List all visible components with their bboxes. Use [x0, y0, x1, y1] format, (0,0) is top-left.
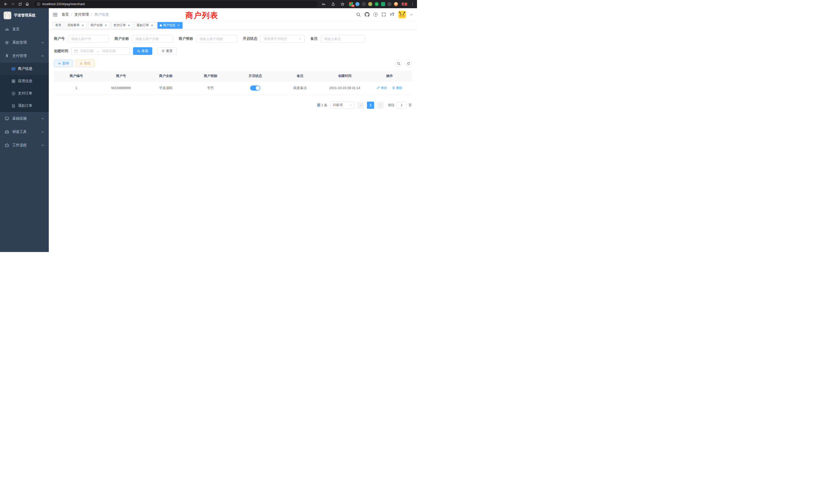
- refresh-table-icon[interactable]: [405, 60, 412, 67]
- help-icon[interactable]: ?: [373, 12, 378, 17]
- merchant-short-name-input[interactable]: [196, 35, 237, 43]
- dashboard-icon: [5, 27, 9, 31]
- profile-avatar-icon[interactable]: [394, 2, 398, 6]
- user-avatar[interactable]: [398, 11, 406, 19]
- next-page-button[interactable]: ›: [377, 101, 384, 109]
- close-icon[interactable]: ×: [177, 24, 180, 27]
- tab-label: 支付订单: [113, 23, 126, 27]
- date-separator: -: [97, 49, 98, 53]
- tab-home[interactable]: 首页: [53, 22, 64, 29]
- sidebar-item-app-info[interactable]: 应用信息: [0, 75, 49, 87]
- reset-button[interactable]: 重置: [157, 47, 177, 55]
- cell-short-name: 芋艿: [188, 81, 233, 95]
- bank-card-icon: [11, 67, 16, 71]
- filter-status: 开启状态 请选择开启状态: [243, 35, 305, 43]
- close-icon[interactable]: ×: [127, 24, 131, 27]
- sidebar-item-workflow[interactable]: 工作流程: [0, 139, 49, 152]
- password-key-icon[interactable]: [321, 1, 327, 7]
- browser-update-button[interactable]: 更新: [400, 2, 409, 7]
- status-toggle[interactable]: [250, 86, 260, 91]
- table-row: 1 M233666999 芋道源码 芋艿 我是备注 2021-10-23 08:…: [54, 81, 412, 95]
- sidebar-item-infrastructure[interactable]: 基础设施: [0, 112, 49, 125]
- toggle-search-icon[interactable]: [395, 60, 402, 67]
- field-label: 商户全称: [114, 37, 129, 41]
- github-icon[interactable]: [365, 12, 370, 17]
- status-select[interactable]: 请选择开启状态: [260, 35, 305, 43]
- column-header: 创建时间: [323, 71, 367, 81]
- tab-label: 首页: [55, 23, 61, 27]
- select-placeholder: 请选择开启状态: [264, 37, 287, 41]
- date-range-picker[interactable]: 开始日期 - 结束日期: [71, 47, 130, 55]
- chevron-down-icon: [349, 104, 352, 107]
- goto-page-input[interactable]: [396, 101, 407, 109]
- extension-check-icon[interactable]: ✓: [375, 2, 379, 6]
- sidebar-item-pay-orders[interactable]: 支付订单: [0, 87, 49, 99]
- page-size-value: 10条/页: [332, 103, 343, 107]
- breadcrumb-payment[interactable]: 支付管理: [74, 12, 89, 17]
- sidebar-item-merchant-info[interactable]: 商户信息: [0, 63, 49, 75]
- edit-link[interactable]: 修改: [377, 86, 387, 90]
- merchant-name-input[interactable]: [132, 35, 173, 43]
- add-button[interactable]: 新增: [54, 60, 73, 67]
- caret-down-icon[interactable]: [410, 13, 413, 16]
- breadcrumb-home[interactable]: 首页: [62, 12, 69, 17]
- close-icon[interactable]: ×: [150, 24, 154, 27]
- tab-process-form[interactable]: 流程表单 ×: [65, 22, 87, 29]
- extension-avatar-icon[interactable]: [368, 2, 372, 6]
- yen-icon: ¥: [5, 54, 9, 58]
- sidebar-item-home[interactable]: 首页: [0, 23, 49, 36]
- merchant-no-input[interactable]: [68, 35, 109, 43]
- export-button[interactable]: 导出: [75, 60, 95, 67]
- page-info-icon[interactable]: [37, 2, 40, 6]
- sidebar-item-system[interactable]: 系统管理: [0, 36, 49, 49]
- total-count: 共 1 条: [317, 103, 327, 108]
- search-icon[interactable]: [356, 12, 361, 17]
- extension-puzzle-icon[interactable]: 10: [349, 2, 353, 6]
- page-size-select[interactable]: 10条/页: [330, 101, 355, 109]
- delete-link[interactable]: 删除: [392, 86, 402, 90]
- breadcrumb: 首页 / 支付管理 / 商户信息: [62, 12, 109, 17]
- close-icon[interactable]: ×: [104, 24, 108, 27]
- sidebar-item-label: 退款订单: [18, 104, 32, 108]
- sidebar-item-payment[interactable]: ¥ 支付管理: [0, 49, 49, 63]
- tab-user-group[interactable]: 用户分组 ×: [88, 22, 110, 29]
- document-icon: [11, 104, 16, 108]
- fullscreen-icon[interactable]: [381, 12, 386, 17]
- font-size-icon[interactable]: ᴛT: [390, 12, 394, 17]
- tab-merchant-info[interactable]: 商户信息 ×: [157, 22, 182, 29]
- forward-icon[interactable]: [10, 1, 16, 7]
- extension-drop-icon[interactable]: [355, 2, 359, 6]
- logo-rabbit-avatar: [4, 12, 11, 19]
- extension-globe-icon[interactable]: [362, 2, 366, 6]
- home-icon[interactable]: [24, 1, 30, 7]
- filter-merchant-short-name: 商户简称: [179, 35, 237, 43]
- cell-full-name: 芋道源码: [144, 81, 188, 95]
- bookmark-star-icon[interactable]: [339, 1, 346, 7]
- remark-input[interactable]: [321, 35, 365, 43]
- kebab-menu-icon[interactable]: ⋮: [411, 3, 414, 5]
- field-label: 创建时间: [54, 49, 68, 53]
- filter-row-1: 商户号 商户全称 商户简称 开启状态 请选择开启状态: [54, 35, 412, 43]
- search-button[interactable]: 搜索: [133, 47, 152, 55]
- filter-create-time: 创建时间 开始日期 - 结束日期: [54, 47, 130, 55]
- app-logo[interactable]: 芋道管理系统: [0, 8, 49, 23]
- tab-pay-orders[interactable]: 支付订单 ×: [111, 22, 133, 29]
- sidebar-item-refund-orders[interactable]: 退款订单: [0, 99, 49, 112]
- extension-pin-icon[interactable]: [388, 2, 392, 6]
- page-number-button[interactable]: 1: [367, 101, 374, 109]
- chevron-down-icon: [41, 144, 44, 147]
- extension-notes-icon[interactable]: [381, 2, 385, 6]
- tab-refund-orders[interactable]: 退款订单 ×: [134, 22, 156, 29]
- refresh-icon[interactable]: [17, 1, 23, 7]
- hamburger-icon[interactable]: [53, 13, 58, 17]
- table-toolbar: 新增 导出: [54, 60, 412, 67]
- address-bar[interactable]: localhost:1024/pay/merchant: [34, 1, 318, 7]
- breadcrumb-separator: /: [91, 13, 92, 17]
- back-icon[interactable]: [3, 1, 9, 7]
- close-icon[interactable]: ×: [81, 24, 85, 27]
- prev-page-button[interactable]: ‹: [357, 101, 364, 109]
- workflow-icon: [5, 143, 9, 147]
- share-icon[interactable]: [330, 1, 336, 7]
- sidebar-item-devtools[interactable]: 研发工具: [0, 125, 49, 139]
- field-label: 开启状态: [243, 37, 257, 41]
